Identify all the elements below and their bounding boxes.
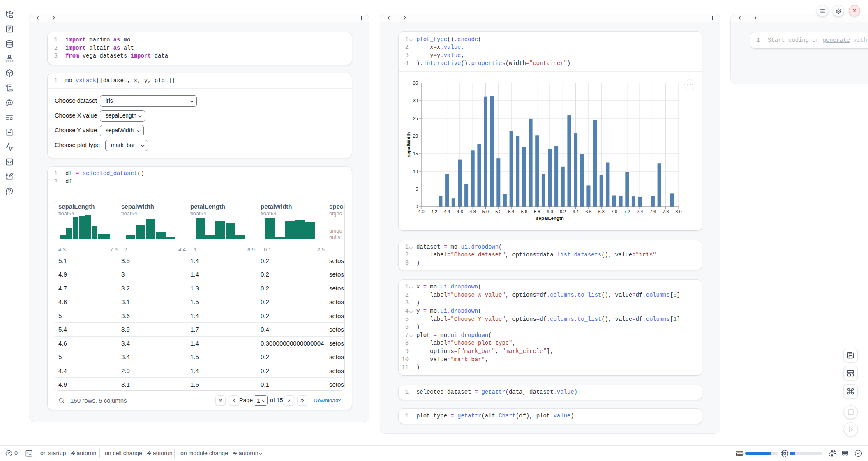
svg-text:5.6: 5.6 bbox=[521, 209, 527, 214]
svg-text:4.2: 4.2 bbox=[431, 209, 437, 214]
svg-text:20: 20 bbox=[413, 134, 418, 138]
svg-text:6.2: 6.2 bbox=[560, 209, 566, 214]
svg-text:7.6: 7.6 bbox=[650, 209, 656, 214]
svg-text:6.6: 6.6 bbox=[585, 209, 591, 214]
svg-text:4.0: 4.0 bbox=[418, 209, 424, 214]
svg-text:6.4: 6.4 bbox=[573, 209, 579, 214]
svg-text:5.0: 5.0 bbox=[482, 209, 489, 214]
svg-text:7.4: 7.4 bbox=[637, 209, 643, 214]
svg-text:5: 5 bbox=[416, 187, 418, 191]
svg-text:30: 30 bbox=[413, 98, 418, 103]
svg-text:4.6: 4.6 bbox=[457, 209, 463, 214]
svg-text:7.8: 7.8 bbox=[663, 209, 669, 214]
svg-text:8.0: 8.0 bbox=[675, 209, 681, 214]
svg-text:5.4: 5.4 bbox=[508, 209, 514, 214]
svg-text:4.4: 4.4 bbox=[444, 209, 450, 214]
svg-text:15: 15 bbox=[413, 151, 418, 156]
svg-text:4.8: 4.8 bbox=[470, 209, 476, 214]
svg-text:25: 25 bbox=[413, 116, 418, 121]
svg-text:5.2: 5.2 bbox=[495, 209, 501, 214]
svg-text:6.8: 6.8 bbox=[598, 209, 605, 214]
svg-text:7.0: 7.0 bbox=[611, 209, 617, 214]
svg-text:10: 10 bbox=[413, 169, 418, 174]
svg-text:35: 35 bbox=[413, 81, 418, 85]
svg-text:sepalWidth: sepalWidth bbox=[406, 132, 411, 157]
svg-text:6.0: 6.0 bbox=[547, 209, 553, 214]
svg-text:5.8: 5.8 bbox=[534, 209, 540, 214]
svg-text:sepalLength: sepalLength bbox=[536, 216, 564, 221]
svg-text:0: 0 bbox=[416, 204, 418, 209]
svg-text:7.2: 7.2 bbox=[624, 209, 630, 214]
